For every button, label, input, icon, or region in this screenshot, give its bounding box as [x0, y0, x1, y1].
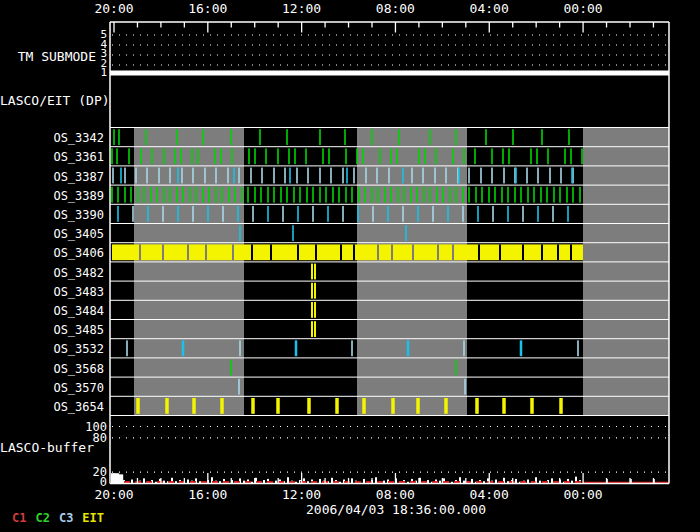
- event-tick: [417, 206, 419, 222]
- event-tick: [357, 206, 359, 222]
- time-label-bottom: 04:00: [459, 488, 519, 501]
- event-tick: [233, 168, 235, 184]
- event-tick: [250, 168, 252, 184]
- event-tick: [319, 129, 321, 145]
- event-tick: [396, 148, 398, 164]
- event-tick: [362, 148, 364, 164]
- event-tick: [477, 206, 479, 222]
- event-tick: [158, 168, 160, 184]
- event-tick: [197, 148, 199, 164]
- event-tick: [464, 379, 466, 395]
- event-tick: [311, 302, 313, 318]
- event-tick: [163, 148, 165, 164]
- event-tick: [390, 187, 392, 203]
- event-tick: [180, 148, 182, 164]
- event-tick: [402, 206, 404, 222]
- legend-item-eit: EIT: [82, 511, 104, 525]
- event-tick: [230, 360, 232, 376]
- event-tick: [176, 129, 178, 145]
- event-tick: [276, 398, 280, 414]
- event-bar-gap: [340, 244, 342, 260]
- event-tick: [387, 206, 389, 222]
- event-tick: [571, 168, 573, 184]
- event-bar-gap: [353, 244, 355, 260]
- event-tick: [488, 187, 490, 203]
- event-tick: [485, 129, 487, 145]
- event-tick: [463, 148, 465, 164]
- event-tick: [345, 187, 347, 203]
- event-tick: [124, 168, 126, 184]
- event-tick: [120, 168, 122, 184]
- event-tick: [346, 168, 348, 184]
- event-tick: [163, 187, 165, 203]
- event-tick: [327, 206, 329, 222]
- event-tick: [452, 148, 454, 164]
- event-tick: [230, 129, 232, 145]
- event-tick: [151, 148, 153, 164]
- row-label: OS_3570: [0, 382, 104, 395]
- time-label-top: 08:00: [365, 2, 425, 15]
- row-label: OS_3484: [0, 305, 104, 318]
- event-tick: [238, 168, 240, 184]
- event-tick: [512, 129, 514, 145]
- event-tick: [294, 148, 296, 164]
- event-tick: [502, 148, 504, 164]
- event-tick: [220, 398, 224, 414]
- buffer-spike: [287, 477, 289, 483]
- event-tick: [491, 168, 493, 184]
- buffer-spike: [331, 478, 333, 484]
- event-tick: [429, 187, 431, 203]
- event-tick: [282, 206, 284, 222]
- event-tick: [241, 187, 243, 203]
- event-tick: [202, 129, 204, 145]
- buffer-spike: [351, 478, 353, 483]
- event-tick: [429, 129, 431, 145]
- event-tick: [234, 187, 236, 203]
- event-tick: [204, 168, 206, 184]
- event-tick: [254, 148, 256, 164]
- event-tick: [252, 206, 254, 222]
- event-tick: [379, 148, 381, 164]
- event-tick: [330, 168, 332, 184]
- event-tick: [403, 187, 405, 203]
- time-label-bottom: 20:00: [84, 488, 144, 501]
- lasco-eit-panel-label: LASCO/EIT (DP): [0, 94, 104, 107]
- event-tick: [458, 168, 460, 184]
- event-tick: [177, 206, 179, 222]
- event-tick: [192, 398, 196, 414]
- time-label-top: 16:00: [178, 2, 238, 15]
- event-tick: [192, 168, 194, 184]
- event-tick: [514, 187, 516, 203]
- event-bar-gap: [522, 244, 524, 260]
- event-tick: [277, 148, 279, 164]
- event-tick: [468, 187, 470, 203]
- event-tick: [418, 148, 420, 164]
- event-tick: [432, 206, 434, 222]
- event-tick: [541, 129, 543, 145]
- event-tick: [237, 206, 239, 222]
- event-tick: [447, 206, 449, 222]
- event-tick: [227, 168, 229, 184]
- event-tick: [311, 321, 313, 337]
- row-label: OS_3361: [0, 151, 104, 164]
- event-tick: [112, 168, 114, 184]
- event-tick: [552, 206, 554, 222]
- event-tick: [267, 187, 269, 203]
- event-tick: [344, 129, 346, 145]
- event-tick: [402, 168, 404, 184]
- legend-item-c2: C2: [35, 511, 49, 525]
- event-tick: [137, 187, 139, 203]
- event-tick: [526, 168, 528, 184]
- event-tick: [547, 148, 549, 164]
- event-tick: [215, 187, 217, 203]
- buffer-spike: [115, 473, 119, 483]
- event-tick: [292, 225, 294, 241]
- event-tick: [416, 187, 418, 203]
- event-tick: [445, 168, 447, 184]
- row-label: OS_3342: [0, 132, 104, 145]
- event-bar-gap: [452, 244, 454, 260]
- event-tick: [567, 206, 569, 222]
- legend-item-c3: C3: [59, 511, 73, 525]
- event-tick: [248, 148, 250, 164]
- time-label-bottom: 12:00: [272, 488, 332, 501]
